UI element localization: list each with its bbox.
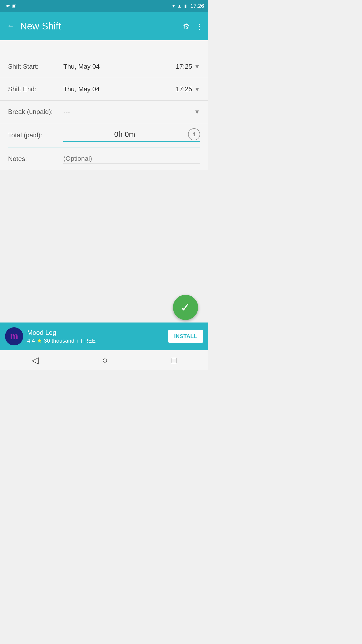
ad-price: FREE (81, 338, 96, 344)
shift-end-time: 17:25 (176, 85, 192, 93)
more-options-icon[interactable]: ⋮ (196, 22, 203, 31)
battery-icon: ▮ (184, 3, 187, 9)
break-value: --- ▼ (63, 108, 200, 116)
touch-icon: ☛ (6, 3, 10, 9)
shift-start-value: Thu, May 04 17:25 ▼ (63, 63, 200, 70)
signal-icon: ▲ (177, 4, 182, 9)
status-bar-left: ☛ ▣ (6, 3, 16, 9)
shift-start-time: 17:25 (176, 63, 192, 70)
total-input-container: 0h 0m ℹ (63, 128, 200, 142)
shift-start-row[interactable]: Shift Start: Thu, May 04 17:25 ▼ (0, 55, 208, 78)
back-button[interactable]: ← (5, 20, 16, 32)
ad-title: Mood Log (27, 329, 164, 337)
app-bar: ← New Shift ⚙ ⋮ (0, 12, 208, 40)
shift-start-dropdown[interactable]: ▼ (194, 63, 200, 70)
info-icon[interactable]: ℹ (188, 128, 200, 140)
image-icon: ▣ (12, 3, 16, 9)
install-button[interactable]: INSTALL (168, 330, 203, 343)
nav-bar: ◁ ○ □ (0, 350, 208, 370)
shift-start-date: Thu, May 04 (63, 63, 176, 70)
notes-row: Notes: (0, 147, 208, 170)
star-icon: ★ (37, 338, 42, 344)
total-label: Total (paid): (8, 131, 63, 139)
top-spacer (0, 40, 208, 55)
status-bar: ☛ ▣ ▾ ▲ ▮ 17:26 (0, 0, 208, 12)
notes-label: Notes: (8, 155, 63, 163)
status-time: 17:26 (190, 3, 204, 9)
ad-logo-text: m (10, 331, 18, 342)
shift-end-label: Shift End: (8, 85, 63, 93)
notes-input[interactable] (63, 154, 200, 164)
break-label: Break (unpaid): (8, 108, 63, 116)
app-bar-actions: ⚙ ⋮ (183, 22, 203, 31)
total-value: 0h 0m (63, 130, 186, 139)
filter-icon[interactable]: ⚙ (183, 22, 190, 31)
shift-end-row[interactable]: Shift End: Thu, May 04 17:25 ▼ (0, 78, 208, 101)
ad-downloads: 30 thousand (44, 338, 74, 344)
form-content: Shift Start: Thu, May 04 17:25 ▼ Shift E… (0, 40, 208, 170)
ad-logo: m (5, 327, 23, 345)
page-title: New Shift (20, 21, 183, 32)
break-duration: --- (63, 108, 194, 116)
break-dropdown[interactable]: ▼ (194, 108, 200, 115)
nav-recents-button[interactable]: □ (163, 353, 185, 368)
shift-end-date: Thu, May 04 (63, 85, 176, 93)
nav-back-button[interactable]: ◁ (24, 353, 47, 368)
ad-meta: 4.4 ★ 30 thousand ↓ FREE (27, 338, 164, 344)
ad-banner: m Mood Log 4.4 ★ 30 thousand ↓ FREE INST… (0, 323, 208, 350)
shift-end-value: Thu, May 04 17:25 ▼ (63, 85, 200, 93)
break-row[interactable]: Break (unpaid): --- ▼ (0, 101, 208, 123)
nav-home-button[interactable]: ○ (94, 353, 116, 368)
ad-info: Mood Log 4.4 ★ 30 thousand ↓ FREE (27, 329, 164, 344)
wifi-icon: ▾ (172, 3, 175, 9)
ad-rating: 4.4 (27, 338, 35, 344)
download-icon: ↓ (76, 338, 79, 344)
save-fab[interactable]: ✓ (173, 295, 198, 320)
shift-end-dropdown[interactable]: ▼ (194, 86, 200, 93)
total-row: Total (paid): 0h 0m ℹ (0, 123, 208, 147)
shift-start-label: Shift Start: (8, 63, 63, 70)
check-icon: ✓ (180, 300, 191, 315)
